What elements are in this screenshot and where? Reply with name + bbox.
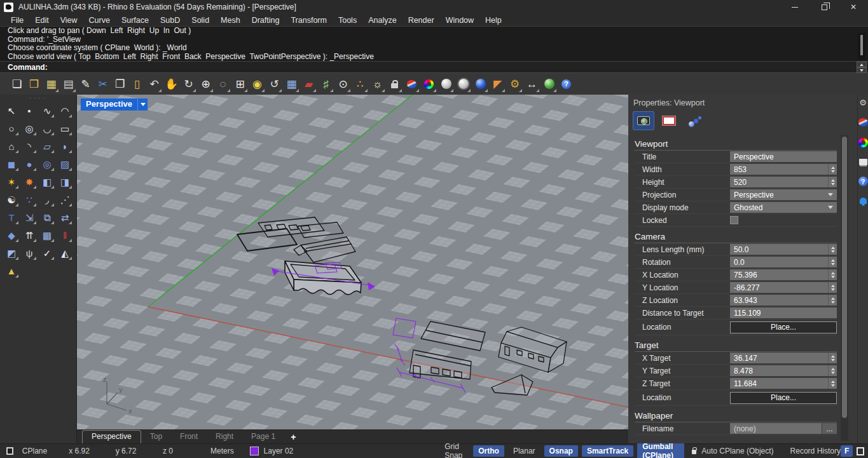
toggle-planar[interactable]: Planar bbox=[508, 445, 541, 457]
viewport-perspective[interactable]: z y x Perspective bbox=[77, 95, 628, 429]
y-location-stepper[interactable] bbox=[828, 282, 837, 293]
edit-page-icon[interactable]: ✎ bbox=[78, 76, 93, 93]
restore-button[interactable] bbox=[809, 0, 839, 14]
extrude-icon[interactable]: ⇈ bbox=[22, 228, 37, 243]
ellipse-icon[interactable]: ◎ bbox=[22, 121, 37, 136]
menu-view[interactable]: View bbox=[55, 15, 83, 25]
move-icon[interactable]: ⇲ bbox=[22, 210, 37, 225]
cut-icon[interactable]: ✂ bbox=[95, 76, 111, 93]
z-location-stepper[interactable] bbox=[828, 295, 837, 306]
properties-scrollbar[interactable] bbox=[841, 135, 848, 441]
lock-status-icon[interactable] bbox=[692, 450, 697, 454]
lock-icon[interactable] bbox=[387, 76, 403, 93]
arc-icon[interactable]: ◡ bbox=[39, 121, 55, 136]
sphere-icon[interactable]: ● bbox=[22, 157, 37, 172]
properties-scrollbar-thumb[interactable] bbox=[842, 137, 847, 418]
blend-curve-icon[interactable]: ⋰ bbox=[57, 192, 72, 207]
explode-star-icon[interactable]: ✶ bbox=[4, 175, 19, 189]
color-wheel-icon[interactable] bbox=[421, 76, 437, 93]
help-icon[interactable]: ? bbox=[558, 76, 574, 93]
statusbar-grid-icon[interactable] bbox=[6, 447, 13, 455]
panel-toggle-icon[interactable] bbox=[857, 447, 864, 455]
circle-center-icon[interactable]: ⊙ bbox=[335, 76, 351, 93]
check-icon[interactable]: ✓ bbox=[39, 246, 55, 260]
select-arrow-icon[interactable]: ↖ bbox=[4, 104, 19, 118]
menu-solid[interactable]: Solid bbox=[186, 15, 215, 25]
lightbulb-icon[interactable]: ☼ bbox=[369, 76, 385, 93]
point-icon[interactable]: • bbox=[22, 104, 37, 118]
array-copy-icon[interactable]: ⧉ bbox=[39, 210, 55, 225]
solid-tools-icon[interactable]: ◆ bbox=[4, 228, 19, 243]
viewport-canvas[interactable]: z y x bbox=[77, 95, 628, 429]
primitives-icon[interactable]: ◭ bbox=[57, 246, 72, 260]
locked-checkbox[interactable] bbox=[730, 216, 738, 224]
z-target-field[interactable]: 11.684 bbox=[730, 378, 828, 389]
menu-drafting[interactable]: Drafting bbox=[246, 15, 286, 25]
new-file-icon[interactable]: ❏ bbox=[9, 76, 25, 93]
rotate-view-icon[interactable]: ↻ bbox=[181, 76, 196, 93]
filter-button[interactable]: F bbox=[841, 445, 853, 457]
projection-chevron-down-icon[interactable] bbox=[828, 193, 833, 196]
boolean-icon[interactable]: ☯ bbox=[4, 192, 19, 207]
polygon-icon[interactable]: ⌂ bbox=[4, 139, 19, 154]
x-location-stepper[interactable] bbox=[828, 269, 837, 280]
close-button[interactable]: ✕ bbox=[839, 0, 868, 14]
zoom-selected-icon[interactable]: ◉ bbox=[249, 76, 265, 93]
earth-icon[interactable] bbox=[541, 76, 557, 93]
car-display-icon[interactable]: ▰ bbox=[301, 76, 317, 93]
location-place-button[interactable]: Place... bbox=[730, 392, 837, 404]
display-monitor-tab[interactable] bbox=[859, 159, 867, 165]
toggle-smarttrack[interactable]: SmartTrack bbox=[582, 445, 633, 457]
menu-analyze[interactable]: Analyze bbox=[362, 15, 402, 25]
filename-field[interactable]: (none) bbox=[730, 423, 822, 434]
save-icon[interactable]: ▦ bbox=[43, 76, 59, 93]
mesh-sphere-icon[interactable] bbox=[455, 76, 471, 93]
camera-link-tab[interactable] bbox=[684, 112, 705, 130]
zoom-dynamic-icon[interactable]: ⊕ bbox=[198, 76, 214, 93]
paste-icon[interactable]: ▯ bbox=[129, 76, 145, 93]
display-mode-icon[interactable] bbox=[404, 76, 420, 93]
command-history[interactable]: Click and drag to pan ( Down Left Right … bbox=[0, 26, 868, 61]
surface-trim-icon[interactable]: ◩ bbox=[4, 246, 19, 260]
toggle-gumball-cplane[interactable]: Gumball (CPlane) bbox=[637, 441, 684, 458]
menu-window[interactable]: Window bbox=[440, 15, 479, 25]
y-target-field[interactable]: 8.478 bbox=[730, 365, 828, 376]
minimize-button[interactable] bbox=[780, 0, 809, 14]
print-icon[interactable]: ▤ bbox=[60, 76, 76, 93]
viewport-title[interactable]: Perspective bbox=[81, 98, 137, 111]
cplane-button[interactable]: CPlane bbox=[22, 447, 69, 455]
split-icon[interactable]: ◨ bbox=[57, 175, 72, 189]
pan-hand-icon[interactable]: ✋ bbox=[163, 76, 179, 93]
z-location-field[interactable]: 63.943 bbox=[730, 295, 828, 306]
layer-indicator[interactable]: Layer 02 bbox=[250, 447, 359, 455]
menu-subd[interactable]: SubD bbox=[155, 15, 186, 25]
text-icon[interactable]: T bbox=[4, 210, 19, 225]
command-history-spinner[interactable] bbox=[857, 62, 867, 73]
mirror-icon[interactable]: ⇄ bbox=[57, 210, 72, 225]
control-curve-icon[interactable]: ∿ bbox=[39, 104, 55, 118]
viewport-tab-right[interactable]: Right bbox=[207, 431, 242, 443]
display-mode-chevron-down-icon[interactable] bbox=[828, 206, 833, 209]
y-location-field[interactable]: -86.277 bbox=[730, 282, 828, 293]
width-field[interactable]: 853 bbox=[730, 164, 828, 175]
help-panel-tab[interactable]: ? bbox=[858, 177, 868, 186]
array-grid-icon[interactable]: ▦ bbox=[39, 228, 55, 243]
auto-cplane-button[interactable]: Auto CPlane (Object) bbox=[701, 447, 773, 455]
x-target-field[interactable]: 36.147 bbox=[730, 353, 828, 363]
toggle-osnap[interactable]: Osnap bbox=[544, 445, 578, 457]
command-scrollbar[interactable] bbox=[858, 33, 865, 60]
box-icon[interactable]: ◼ bbox=[4, 157, 19, 172]
menu-help[interactable]: Help bbox=[479, 15, 507, 25]
layer-name[interactable]: Layer 02 bbox=[264, 447, 294, 455]
viewport-title-chevron-icon[interactable] bbox=[137, 98, 148, 111]
dimension-icon[interactable]: ↔ bbox=[524, 76, 540, 93]
display-panel-tab[interactable] bbox=[858, 118, 868, 126]
toggle-ortho[interactable]: Ortho bbox=[473, 445, 504, 457]
location-place-button[interactable]: Place... bbox=[730, 321, 837, 333]
viewport-tab-perspective[interactable]: Perspective bbox=[82, 430, 141, 443]
camera-tab[interactable] bbox=[633, 112, 654, 130]
z-target-stepper[interactable] bbox=[828, 378, 837, 389]
render-sphere-icon[interactable] bbox=[438, 76, 454, 93]
panel-gear-icon[interactable]: ⚙ bbox=[859, 98, 867, 107]
x-location-field[interactable]: 75.396 bbox=[730, 269, 828, 280]
